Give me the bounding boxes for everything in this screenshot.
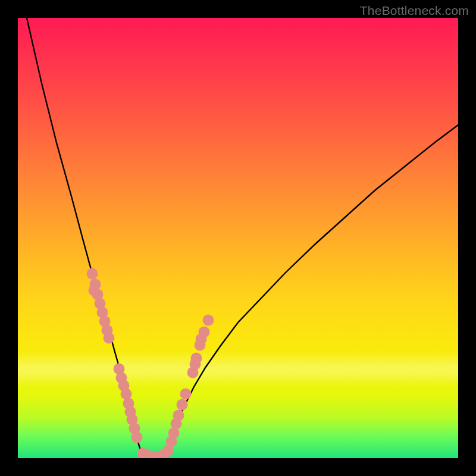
data-dot (104, 333, 115, 344)
curve-right-branch (169, 125, 458, 449)
data-dot (177, 399, 188, 411)
chart-frame (18, 18, 458, 458)
data-dot (89, 285, 100, 296)
data-dot (203, 315, 214, 326)
data-dot (173, 410, 184, 421)
data-dot (121, 389, 132, 400)
data-dot (180, 389, 192, 400)
chart-svg (18, 18, 458, 458)
dot-layer (87, 268, 214, 459)
data-dot (87, 268, 98, 280)
data-dot (131, 432, 143, 443)
data-dot (190, 359, 201, 370)
watermark-text: TheBottleneck.com (360, 4, 469, 18)
data-dot (196, 334, 207, 345)
data-dot (168, 428, 180, 439)
